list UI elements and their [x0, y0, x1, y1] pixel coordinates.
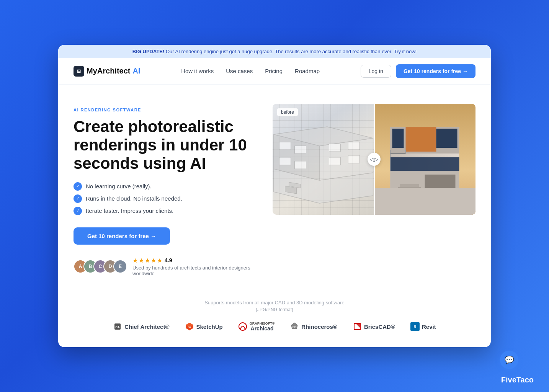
svg-rect-8	[329, 144, 341, 152]
announcement-bar: BIG UPDATE! Our AI rendering engine just…	[58, 45, 491, 58]
rating-desc: Used by hundreds of architects and inter…	[132, 265, 257, 276]
rhinoceros-label: Rhinoceros®	[301, 323, 337, 330]
announcement-text: Our AI rendering engine just got a huge …	[166, 49, 417, 54]
svg-rect-18	[408, 127, 435, 151]
nav-how-it-works[interactable]: How it works	[181, 68, 214, 74]
logo[interactable]: ⊞ MyArchitectAI	[74, 66, 140, 77]
bricscad-label: BricsCAD®	[364, 323, 395, 330]
logo-ai: AI	[132, 67, 140, 75]
feature-2-text: Runs in the cloud. No installs needed.	[86, 195, 182, 202]
slider-handle[interactable]: ◁▷	[368, 153, 381, 166]
star-4: ★	[151, 257, 156, 264]
archicad-label: Archicad	[250, 325, 275, 332]
feature-1-text: No learning curve (really).	[86, 183, 152, 189]
svg-rect-11	[348, 155, 360, 163]
svg-text:BC: BC	[356, 327, 359, 329]
img-after: after	[374, 104, 475, 215]
archicad-icon	[238, 322, 247, 331]
cad-logo-bricscad: BC BricsCAD®	[353, 322, 395, 331]
social-proof: A B C D E ★ ★ ★ ★ ★ 4.9 Used by hundre	[74, 257, 257, 276]
svg-text:CA: CA	[116, 325, 120, 329]
cad-logo-revit: R Revit	[410, 322, 436, 331]
feature-3: ✓ Iterate faster. Impress your clients.	[74, 207, 257, 215]
chief-architect-label: Chief Architect®	[124, 323, 169, 330]
cad-logo-sketchup: SU SketchUp	[185, 322, 223, 331]
svg-rect-10	[329, 157, 341, 165]
feature-2: ✓ Runs in the cloud. No installs needed.	[74, 194, 257, 203]
svg-text:SU: SU	[188, 326, 191, 328]
announcement-bold: BIG UPDATE!	[132, 49, 165, 54]
star-3: ★	[145, 257, 150, 264]
hero-title: Create photorealistic renderings in unde…	[74, 118, 257, 173]
check-icon-1: ✓	[74, 182, 82, 191]
avatar-5: E	[113, 260, 127, 273]
chief-architect-icon: CA	[113, 322, 122, 331]
archicad-label-group: GRAPHISOFT® Archicad	[250, 322, 275, 332]
cad-format: (JPG/PNG format)	[74, 307, 475, 312]
hero-left: AI RENDERING SOFTWARE Create photorealis…	[74, 104, 257, 276]
hero-cta-button[interactable]: Get 10 renders for free →	[74, 227, 170, 245]
watermark: FiveTaco	[501, 376, 534, 384]
navbar: ⊞ MyArchitectAI How it works Use cases P…	[58, 58, 491, 85]
star-5: ★	[157, 257, 162, 264]
browser-window: BIG UPDATE! Our AI rendering engine just…	[58, 45, 491, 347]
feature-1: ✓ No learning curve (really).	[74, 182, 257, 191]
cad-logo-archicad: GRAPHISOFT® Archicad	[238, 322, 275, 332]
check-icon-3: ✓	[74, 207, 82, 215]
rating-score: 4.9	[165, 257, 172, 263]
hero-features: ✓ No learning curve (really). ✓ Runs in …	[74, 182, 257, 215]
image-comparison[interactable]: before	[273, 104, 475, 215]
sketchup-icon: SU	[185, 322, 194, 331]
svg-text:R: R	[413, 325, 417, 329]
cad-logo-chief-architect: CA Chief Architect®	[113, 322, 169, 331]
svg-rect-20	[436, 129, 458, 148]
svg-rect-19	[392, 129, 404, 148]
sketchup-label: SketchUp	[196, 323, 223, 330]
nav-pricing[interactable]: Pricing	[265, 68, 283, 74]
hero-right: before	[273, 104, 475, 215]
logo-icon: ⊞	[74, 66, 84, 77]
login-button[interactable]: Log in	[361, 65, 391, 78]
chat-icon: 💬	[505, 355, 514, 364]
rhinoceros-icon: RH	[290, 322, 299, 331]
svg-rect-9	[348, 142, 360, 150]
revit-icon: R	[410, 322, 420, 331]
graphisoft-label: GRAPHISOFT®	[250, 322, 275, 326]
svg-rect-23	[425, 175, 456, 188]
cad-section: Supports models from all major CAD and 3…	[58, 292, 491, 348]
nav-links: How it works Use cases Pricing Roadmap	[181, 68, 320, 74]
svg-rect-26	[374, 188, 475, 215]
logo-text: MyArchitect	[87, 67, 130, 75]
img-before: before	[273, 104, 374, 215]
star-2: ★	[139, 257, 144, 264]
feature-3-text: Iterate faster. Impress your clients.	[86, 207, 173, 214]
chat-button[interactable]: 💬	[500, 351, 518, 369]
nav-roadmap[interactable]: Roadmap	[295, 68, 320, 74]
nav-cta-button[interactable]: Get 10 renders for free →	[396, 64, 475, 78]
hero-section: AI RENDERING SOFTWARE Create photorealis…	[58, 85, 491, 292]
slider-arrows-icon: ◁▷	[370, 156, 378, 162]
hero-tag: AI RENDERING SOFTWARE	[74, 108, 257, 112]
nav-actions: Log in Get 10 renders for free →	[361, 64, 475, 78]
cad-logos: CA Chief Architect® SU SketchUp GRAPHISO…	[74, 322, 475, 332]
revit-label: Revit	[422, 323, 436, 330]
svg-rect-5	[295, 146, 306, 154]
star-1: ★	[132, 257, 138, 264]
svg-rect-4	[279, 142, 291, 150]
cad-logo-rhinoceros: RH Rhinoceros®	[290, 322, 337, 331]
cad-subtitle: Supports models from all major CAD and 3…	[74, 300, 475, 305]
rating-text: ★ ★ ★ ★ ★ 4.9 Used by hundreds of archit…	[132, 257, 257, 276]
avatars: A B C D E	[74, 260, 127, 273]
svg-rect-6	[279, 157, 291, 165]
nav-use-cases[interactable]: Use cases	[226, 68, 253, 74]
star-rating: ★ ★ ★ ★ ★ 4.9	[132, 257, 257, 264]
svg-rect-21	[391, 157, 459, 171]
bricscad-icon: BC	[353, 322, 362, 331]
svg-text:RH: RH	[292, 325, 296, 328]
svg-rect-7	[295, 161, 306, 169]
check-icon-2: ✓	[74, 194, 82, 203]
